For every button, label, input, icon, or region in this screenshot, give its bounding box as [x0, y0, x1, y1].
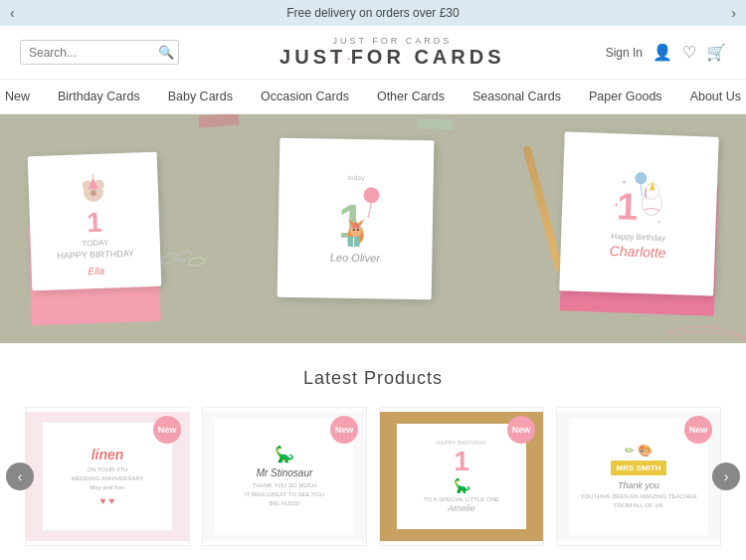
new-badge-3: New	[507, 416, 535, 444]
header: 🔍 JUST FOR CARDS JUST·FOR CARDS Sign In …	[0, 26, 746, 80]
product-3-dino: 🦕	[454, 477, 470, 493]
nav-other-cards[interactable]: Other Cards	[377, 90, 445, 103]
hero-card-left: 1 TODAY HAPPY BIRTHDAY Ella	[28, 152, 162, 290]
logo-wordmark[interactable]: JUST·FOR CARDS	[179, 46, 606, 69]
carousel-prev-btn[interactable]: ‹	[6, 463, 34, 490]
announcement-next-btn[interactable]: ›	[731, 5, 736, 21]
hero-card-left-name: Ella	[88, 265, 104, 277]
hero-card-center-content: today 1	[325, 173, 387, 264]
product-4-sub: YOU HAVE BEEN AN AMAZING TEACHERFROM ALL…	[580, 492, 696, 509]
product-1-linen: linen	[92, 447, 124, 463]
product-3-main: HAPPY BIRTHDAY 1 🦕 TO A SPECIAL LITTLE O…	[397, 424, 525, 529]
new-badge-1: New	[153, 416, 181, 444]
products-row: New linen ON YOUR 4THWEDDING ANNIVERSARY…	[25, 407, 721, 546]
hero-card-left-content: 1 TODAY HAPPY BIRTHDAY Ella	[54, 165, 134, 278]
ribbon-svg	[666, 323, 746, 343]
unicorn-illustration: 1 ✦ ✦ ✦	[612, 167, 668, 229]
svg-line-11	[368, 203, 371, 218]
product-2-illustration: 🦕	[275, 445, 294, 464]
hero-card-right-content: 1 ✦ ✦ ✦	[610, 167, 669, 260]
svg-point-10	[363, 187, 379, 203]
product-4-icons: ✏ 🎨	[625, 444, 653, 458]
product-1-inner: linen ON YOUR 4THWEDDING ANNIVERSARYMay …	[42, 422, 172, 532]
svg-point-6	[160, 252, 178, 267]
svg-text:✦: ✦	[656, 219, 661, 225]
product-card-2[interactable]: New 🦕 Mr Stinosaur THANK YOU SO MUCHIT W…	[202, 407, 367, 546]
product-1-sub: ON YOUR 4THWEDDING ANNIVERSARYMay and Ke…	[71, 466, 143, 492]
announcement-prev-btn[interactable]: ‹	[10, 5, 15, 21]
latest-products-section: Latest Products New linen ON YOUR 4THWED…	[0, 343, 746, 560]
hero-background: 1 TODAY HAPPY BIRTHDAY Ella today 1	[0, 114, 746, 343]
hero-card-left-hb: HAPPY BIRTHDAY	[57, 248, 134, 261]
products-container: New linen ON YOUR 4THWEDDING ANNIVERSARY…	[20, 407, 726, 546]
hero-card-right: 1 ✦ ✦ ✦	[559, 131, 718, 295]
product-card-1[interactable]: New linen ON YOUR 4THWEDDING ANNIVERSARY…	[25, 407, 190, 546]
hero-card-center-name: Leo Oliver	[325, 251, 385, 264]
carousel-next-btn[interactable]: ›	[712, 463, 740, 490]
sign-in-link[interactable]: Sign In	[606, 46, 643, 60]
fox-illustration: 1	[325, 182, 386, 248]
product-3-hb: HAPPY BIRTHDAY	[436, 440, 487, 446]
nav-seasonal-cards[interactable]: Seasonal Cards	[472, 90, 561, 103]
svg-text:1: 1	[617, 186, 640, 229]
product-2-sub: THANK YOU SO MUCHIT WAS GREAT TO SEE YOU…	[245, 481, 324, 508]
mouse-illustration	[73, 166, 113, 207]
main-nav: New Birthday Cards Baby Cards Occasion C…	[0, 80, 746, 114]
ribbon-decoration	[666, 323, 746, 343]
search-icon[interactable]: 🔍	[158, 45, 174, 60]
search-container[interactable]: 🔍	[20, 40, 179, 65]
product-2-title: Mr Stinosaur	[257, 467, 313, 478]
announcement-bar: ‹ Free delivery on orders over £30 ›	[0, 0, 746, 26]
product-4-sign: MRS SMITH	[611, 461, 667, 475]
wishlist-icon[interactable]: ♡	[682, 43, 696, 62]
product-card-3[interactable]: New HAPPY BIRTHDAY 1 🦕 TO A SPECIAL LITT…	[379, 407, 544, 546]
nav-paper-goods[interactable]: Paper Goods	[589, 90, 662, 103]
pen-decoration	[522, 145, 563, 273]
hero-card-center: today 1	[278, 138, 435, 300]
hero-card-center-today-top: today	[326, 173, 386, 181]
product-card-4[interactable]: New ✏ 🎨 MRS SMITH Thank you YOU HAVE BEE…	[556, 407, 721, 546]
new-badge-2: New	[330, 416, 358, 444]
product-3-name: Amelie	[448, 503, 475, 513]
new-badge-4: New	[684, 416, 712, 444]
product-3-sub: TO A SPECIAL LITTLE ONE	[424, 495, 499, 503]
svg-text:✦: ✦	[621, 179, 628, 188]
nav-new[interactable]: New	[5, 90, 30, 103]
nav-baby-cards[interactable]: Baby Cards	[168, 90, 233, 103]
logo-for-cards: FOR CARDS	[351, 46, 505, 68]
logo-tagline: JUST FOR CARDS	[179, 36, 606, 46]
svg-line-26	[641, 184, 643, 196]
logo-just: JUST	[280, 46, 346, 69]
nav-birthday-cards[interactable]: Birthday Cards	[58, 90, 140, 103]
hero-card-right-name: Charlotte	[610, 243, 666, 261]
user-icon[interactable]: 👤	[653, 43, 672, 62]
hero-card-left-number: 1	[87, 208, 103, 237]
announcement-text: Free delivery on orders over £30	[286, 6, 459, 20]
product-4-thank: Thank you	[618, 480, 659, 490]
header-icons: Sign In 👤 ♡ 🛒	[606, 43, 726, 62]
paperclips-decoration	[159, 244, 209, 278]
hero-card-left-today: TODAY	[82, 238, 108, 248]
svg-text:✦: ✦	[614, 203, 619, 209]
paperclips-svg	[159, 244, 209, 274]
washi-tape-green	[418, 118, 453, 130]
hero-banner: 1 TODAY HAPPY BIRTHDAY Ella today 1	[0, 114, 746, 343]
svg-point-8	[188, 257, 205, 268]
product-1-hearts: ♥ ♥	[100, 495, 115, 506]
product-3-number: 1	[454, 448, 469, 475]
svg-point-25	[635, 172, 647, 184]
search-input[interactable]	[29, 46, 158, 60]
nav-about-us[interactable]: About Us	[690, 90, 741, 103]
cart-icon[interactable]: 🛒	[706, 43, 726, 62]
latest-products-title: Latest Products	[20, 368, 726, 389]
washi-tape-decoration	[199, 114, 240, 128]
nav-occasion-cards[interactable]: Occasion Cards	[261, 90, 349, 103]
logo: JUST FOR CARDS JUST·FOR CARDS	[179, 36, 606, 69]
